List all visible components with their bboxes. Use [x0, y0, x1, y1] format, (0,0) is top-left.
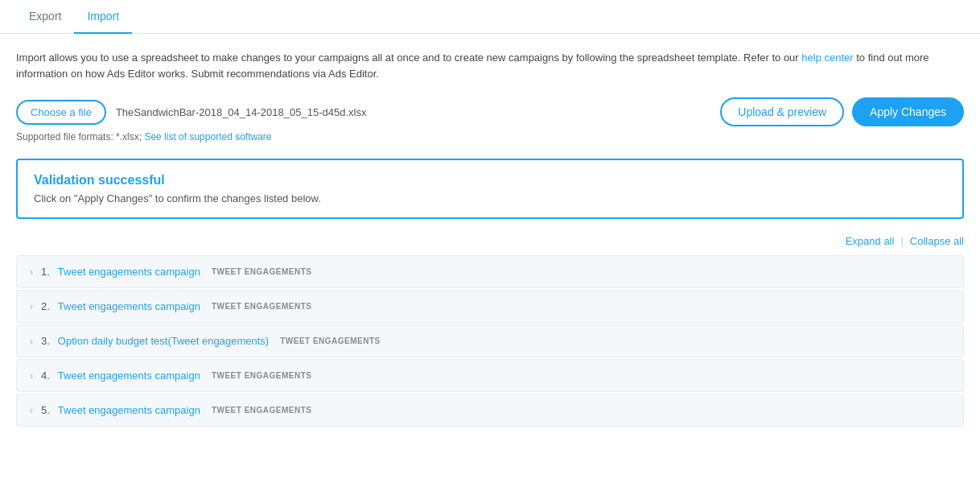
campaign-name: Tweet engagements campaign — [58, 300, 200, 312]
chevron-right-icon: › — [30, 370, 33, 382]
expand-collapse-row: Expand all | Collapse all — [16, 235, 964, 247]
campaign-type-badge: TWEET ENGAGEMENTS — [212, 267, 312, 276]
file-upload-left: Choose a file TheSandwichBar-2018_04_14-… — [16, 100, 366, 125]
file-actions: Upload & preview Apply Changes — [720, 97, 964, 126]
campaign-number: 5. — [41, 404, 50, 416]
campaign-item[interactable]: ›2.Tweet engagements campaignTWEET ENGAG… — [16, 290, 964, 323]
campaign-name: Tweet engagements campaign — [58, 404, 200, 416]
campaign-number: 2. — [41, 300, 50, 312]
info-text-before: Import allows you to use a spreadsheet t… — [16, 52, 801, 64]
upload-preview-button[interactable]: Upload & preview — [720, 97, 844, 126]
tab-bar: Export Import — [0, 0, 980, 34]
chevron-right-icon: › — [30, 266, 33, 278]
campaign-name: Tweet engagements campaign — [58, 369, 200, 382]
chevron-right-icon: › — [30, 336, 33, 347]
campaign-item[interactable]: ›5.Tweet engagements campaignTWEET ENGAG… — [16, 394, 964, 427]
main-content: Import allows you to use a spreadsheet t… — [0, 50, 980, 427]
campaign-list: ›1.Tweet engagements campaignTWEET ENGAG… — [16, 255, 964, 427]
file-upload-row: Choose a file TheSandwichBar-2018_04_14-… — [16, 97, 964, 126]
help-center-link[interactable]: help center — [801, 52, 853, 64]
campaign-number: 4. — [41, 369, 50, 382]
campaign-type-badge: TWEET ENGAGEMENTS — [212, 371, 312, 380]
campaign-number: 1. — [41, 266, 50, 278]
supported-formats: Supported file formats: *.xlsx; See list… — [16, 131, 964, 142]
supported-software-link[interactable]: See list of supported software — [144, 131, 271, 142]
campaign-name: Option daily budget test(Tweet engagemen… — [58, 335, 269, 347]
campaign-item[interactable]: ›3.Option daily budget test(Tweet engage… — [16, 324, 964, 357]
campaign-type-badge: TWEET ENGAGEMENTS — [280, 336, 381, 345]
validation-box: Validation successful Click on "Apply Ch… — [16, 159, 964, 219]
supported-formats-text: Supported file formats: *.xlsx; — [16, 131, 142, 142]
apply-changes-button[interactable]: Apply Changes — [852, 97, 964, 126]
info-text: Import allows you to use a spreadsheet t… — [16, 50, 964, 81]
file-name-display: TheSandwichBar-2018_04_14-2018_05_15-d45… — [116, 106, 367, 118]
campaign-type-badge: TWEET ENGAGEMENTS — [212, 406, 312, 415]
campaign-name: Tweet engagements campaign — [58, 266, 200, 278]
expand-collapse-separator: | — [900, 235, 903, 247]
expand-all-link[interactable]: Expand all — [846, 235, 895, 247]
campaign-number: 3. — [41, 335, 50, 347]
validation-description: Click on "Apply Changes" to confirm the … — [34, 192, 946, 204]
campaign-type-badge: TWEET ENGAGEMENTS — [212, 302, 312, 311]
tab-import[interactable]: Import — [74, 0, 132, 34]
collapse-all-link[interactable]: Collapse all — [910, 235, 964, 247]
campaign-item[interactable]: ›4.Tweet engagements campaignTWEET ENGAG… — [16, 359, 964, 392]
chevron-right-icon: › — [30, 405, 33, 416]
tab-export[interactable]: Export — [16, 0, 74, 34]
chevron-right-icon: › — [30, 301, 33, 312]
choose-file-button[interactable]: Choose a file — [16, 100, 106, 125]
validation-title: Validation successful — [34, 173, 946, 188]
campaign-item[interactable]: ›1.Tweet engagements campaignTWEET ENGAG… — [16, 255, 964, 288]
